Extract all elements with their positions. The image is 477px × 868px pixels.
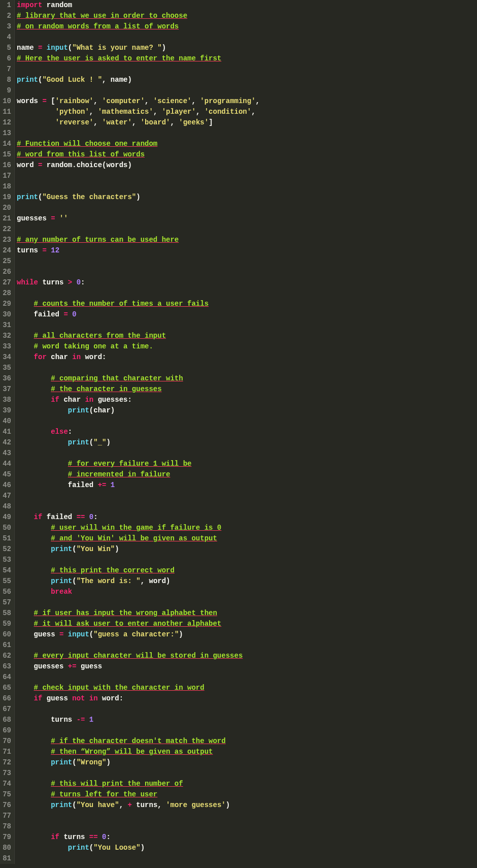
code-line[interactable] [17, 811, 260, 821]
token-sq: # if the character doesn't match the wor… [51, 737, 225, 745]
code-line[interactable]: print("You Win") [17, 544, 260, 555]
code-line[interactable]: # word taking one at a time. [17, 341, 260, 352]
code-line[interactable]: for char in word: [17, 352, 260, 363]
code-line[interactable]: while turns > 0: [17, 277, 260, 288]
code-line[interactable]: # all characters from the input [17, 331, 260, 341]
code-line[interactable]: 'reverse', 'water', 'board', 'geeks'] [17, 117, 260, 128]
code-line[interactable] [17, 288, 260, 299]
code-line[interactable]: # comparing that character with [17, 373, 260, 384]
code-line[interactable] [17, 768, 260, 779]
code-line[interactable] [17, 181, 260, 192]
code-line[interactable] [17, 171, 260, 181]
code-line[interactable]: # check input with the character in word [17, 683, 260, 693]
code-line[interactable] [17, 448, 260, 459]
code-line[interactable] [17, 555, 260, 565]
code-line[interactable]: print("The word is: ", word) [17, 576, 260, 587]
code-line[interactable]: # any number of turns can be used here [17, 235, 260, 245]
code-line[interactable]: failed += 1 [17, 480, 260, 491]
token-id: , [171, 118, 179, 126]
code-line[interactable]: name = input("What is your name? ") [17, 43, 260, 53]
code-line[interactable]: print("Good Luck ! ", name) [17, 75, 260, 85]
code-line[interactable] [17, 672, 260, 683]
token-str: "You Win" [77, 545, 115, 553]
code-line[interactable]: print("_") [17, 437, 260, 448]
code-line[interactable]: # the character in guesses [17, 384, 260, 395]
token-kw: if [34, 694, 43, 702]
code-line[interactable]: import random [17, 0, 260, 11]
code-line[interactable]: # every input character will be stored i… [17, 651, 260, 661]
code-line[interactable] [17, 821, 260, 832]
code-line[interactable] [17, 416, 260, 427]
code-line[interactable]: # and 'You Win' will be given as output [17, 533, 260, 544]
code-line[interactable] [17, 725, 260, 736]
line-number: 46 [0, 480, 11, 491]
code-line[interactable]: guesses += guess [17, 661, 260, 672]
line-number: 1 [0, 0, 11, 11]
code-line[interactable]: else: [17, 427, 260, 437]
code-line[interactable]: if char in guesses: [17, 395, 260, 405]
code-line[interactable] [17, 320, 260, 331]
code-line[interactable]: turns -= 1 [17, 715, 260, 725]
code-line[interactable]: # on random words from a list of words [17, 21, 260, 32]
code-line[interactable]: # it will ask user to enter another alph… [17, 619, 260, 629]
code-line[interactable]: failed = 0 [17, 309, 260, 320]
code-line[interactable] [17, 203, 260, 213]
code-line[interactable] [17, 363, 260, 373]
code-line[interactable]: print("You have", + turns, 'more guesses… [17, 800, 260, 811]
token-id: turns, [132, 801, 166, 809]
code-line[interactable] [17, 267, 260, 277]
code-line[interactable] [17, 597, 260, 608]
code-line[interactable]: # user will win the game if failure is 0 [17, 523, 260, 533]
code-line[interactable]: guess = input("guess a character:") [17, 629, 260, 640]
code-line[interactable] [17, 32, 260, 43]
code-line[interactable]: print("Guess the characters") [17, 192, 260, 203]
code-line[interactable]: # this will print the number of [17, 779, 260, 789]
code-line[interactable]: turns = 12 [17, 245, 260, 256]
code-line[interactable]: if guess not in word: [17, 693, 260, 704]
code-line[interactable] [17, 224, 260, 235]
code-line[interactable]: 'python', 'mathematics', 'player', 'cond… [17, 107, 260, 117]
code-area[interactable]: import random# library that we use in or… [15, 0, 260, 864]
code-line[interactable]: print("You Loose") [17, 843, 260, 853]
code-line[interactable]: # then “Wrong” will be given as output [17, 747, 260, 757]
code-line[interactable] [17, 64, 260, 75]
code-line[interactable] [17, 704, 260, 715]
code-line[interactable]: guesses = '' [17, 213, 260, 224]
token-id: , [192, 97, 200, 105]
code-line[interactable] [17, 501, 260, 512]
code-line[interactable] [17, 85, 260, 96]
code-line[interactable] [17, 128, 260, 139]
code-line[interactable] [17, 853, 260, 864]
code-line[interactable]: # if user has input the wrong alphabet t… [17, 608, 260, 619]
code-line[interactable]: # library that we use in order to choose [17, 11, 260, 21]
code-line[interactable] [17, 640, 260, 651]
code-line[interactable]: # for every failure 1 will be [17, 459, 260, 469]
token-sq2: # word taking one at a time. [34, 342, 153, 350]
code-line[interactable]: # this print the correct word [17, 565, 260, 576]
code-line[interactable]: # incremented in failure [17, 469, 260, 480]
line-number: 64 [0, 672, 11, 683]
code-line[interactable]: # counts the number of times a user fail… [17, 299, 260, 309]
code-line[interactable]: # Here the user is asked to enter the na… [17, 53, 260, 64]
token-str: "_" [93, 438, 106, 446]
code-line[interactable]: word = random.choice(words) [17, 160, 260, 171]
code-line[interactable]: if turns == 0: [17, 832, 260, 843]
code-line[interactable]: if failed == 0: [17, 512, 260, 523]
token-sq: # incremented in failure [68, 470, 171, 478]
code-line[interactable]: # Function will choose one random [17, 139, 260, 149]
code-line[interactable] [17, 256, 260, 267]
code-line[interactable]: print(char) [17, 405, 260, 416]
code-line[interactable]: # if the character doesn't match the wor… [17, 736, 260, 747]
code-line[interactable]: break [17, 587, 260, 597]
code-line[interactable]: # word from this list of words [17, 149, 260, 160]
code-line[interactable]: words = ['rainbow', 'computer', 'science… [17, 96, 260, 107]
token-id: ( [89, 438, 93, 446]
line-number: 7 [0, 64, 11, 75]
token-str: 'board' [141, 118, 171, 126]
token-op: += [98, 481, 107, 489]
code-line[interactable] [17, 491, 260, 501]
token-fn: print [51, 545, 72, 553]
line-number: 48 [0, 501, 11, 512]
code-line[interactable]: # turns left for the user [17, 789, 260, 800]
code-line[interactable]: print("Wrong") [17, 757, 260, 768]
